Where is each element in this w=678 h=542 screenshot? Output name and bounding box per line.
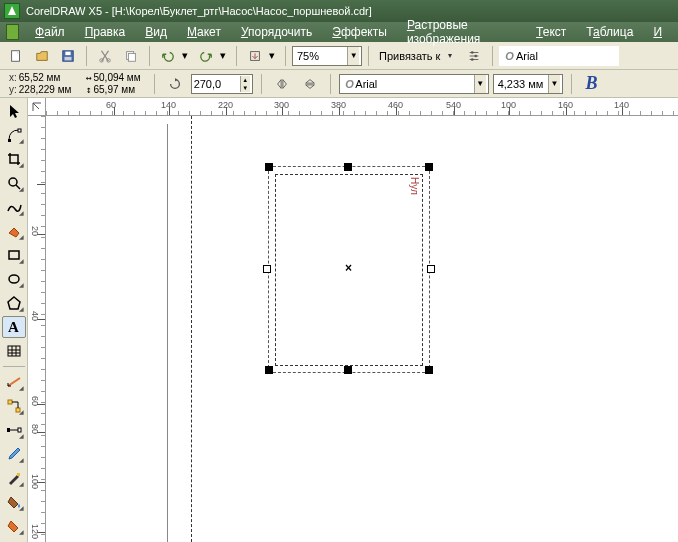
selection-handle[interactable] bbox=[425, 366, 433, 374]
zoom-tool[interactable]: ◢ bbox=[2, 172, 26, 194]
menu-effects[interactable]: Эффекты bbox=[322, 23, 397, 41]
outline-tool[interactable]: ◢ bbox=[2, 467, 26, 489]
font-family-combo[interactable]: O ▼ bbox=[339, 74, 489, 94]
horizontal-ruler[interactable]: 60140220300380460540100160140 bbox=[46, 98, 678, 116]
table-tool[interactable] bbox=[2, 340, 26, 362]
rotate-button[interactable] bbox=[163, 73, 187, 95]
connector-tool[interactable]: ◢ bbox=[2, 395, 26, 417]
undo-button[interactable] bbox=[156, 45, 180, 67]
svg-rect-3 bbox=[65, 56, 72, 60]
eyedropper-tool[interactable]: ◢ bbox=[2, 443, 26, 465]
svg-rect-2 bbox=[65, 51, 70, 55]
selection-center-icon: × bbox=[345, 261, 352, 275]
svg-rect-17 bbox=[8, 346, 20, 356]
chevron-down-icon[interactable]: ▼ bbox=[474, 75, 486, 93]
page-boundary bbox=[58, 124, 168, 542]
svg-point-10 bbox=[475, 54, 478, 57]
smartfill-tool[interactable]: ◢ bbox=[2, 220, 26, 242]
size-display: ↔ 50,094 мм ↕ 65,97 мм bbox=[80, 71, 145, 97]
cut-button[interactable] bbox=[93, 45, 117, 67]
snap-dropdown[interactable]: Привязать к ▾ bbox=[375, 46, 460, 66]
property-bar: x: 65,52 мм y: 228,229 мм ↔ 50,094 мм ↕ … bbox=[0, 70, 678, 98]
undo-dropdown-arrow[interactable]: ▾ bbox=[182, 49, 192, 62]
zoom-input[interactable] bbox=[297, 50, 347, 62]
interactive-tool[interactable]: ◢ bbox=[2, 419, 26, 441]
save-button[interactable] bbox=[56, 45, 80, 67]
svg-rect-18 bbox=[8, 400, 12, 404]
selection-handle[interactable] bbox=[263, 265, 271, 273]
selection-handle[interactable] bbox=[425, 163, 433, 171]
ellipse-tool[interactable]: ◢ bbox=[2, 268, 26, 290]
app-logo-icon bbox=[4, 3, 20, 19]
svg-point-16 bbox=[9, 275, 19, 283]
import-button[interactable] bbox=[243, 45, 267, 67]
chevron-down-icon[interactable]: ▾ bbox=[444, 51, 456, 60]
vertical-ruler[interactable]: 20406080100120 bbox=[28, 116, 46, 542]
svg-rect-7 bbox=[128, 53, 135, 61]
copy-button[interactable] bbox=[119, 45, 143, 67]
angle-spin[interactable]: ▲▼ bbox=[191, 74, 253, 94]
zoom-combo[interactable]: ▼ bbox=[292, 46, 362, 66]
selection-handle[interactable] bbox=[427, 265, 435, 273]
drawing-canvas[interactable]: Нул × bbox=[46, 116, 678, 542]
guideline[interactable] bbox=[191, 116, 192, 542]
selection-handle[interactable] bbox=[265, 163, 273, 171]
menu-bitmaps[interactable]: Растровые изображения bbox=[397, 16, 526, 48]
freehand-tool[interactable]: ◢ bbox=[2, 196, 26, 218]
font-size-combo[interactable]: ▼ bbox=[493, 74, 563, 94]
menu-tools[interactable]: И bbox=[643, 23, 672, 41]
selection-handle[interactable] bbox=[265, 366, 273, 374]
crop-tool[interactable]: ◢ bbox=[2, 148, 26, 170]
text-tool[interactable]: A bbox=[2, 316, 26, 338]
svg-rect-21 bbox=[7, 428, 10, 432]
mirror-h-button[interactable] bbox=[270, 73, 294, 95]
selection-handle[interactable] bbox=[344, 366, 352, 374]
menu-edit[interactable]: Правка bbox=[75, 23, 136, 41]
menu-bar: Файл Правка Вид Макет Упорядочить Эффект… bbox=[0, 22, 678, 42]
open-button[interactable] bbox=[30, 45, 54, 67]
menu-table[interactable]: Таблица bbox=[576, 23, 643, 41]
redo-dropdown-arrow[interactable]: ▾ bbox=[220, 49, 230, 62]
pick-tool[interactable] bbox=[2, 100, 26, 122]
svg-rect-23 bbox=[17, 473, 20, 476]
bold-button[interactable]: B bbox=[580, 73, 604, 95]
svg-point-11 bbox=[471, 58, 474, 61]
toolbox: ◢ ◢ ◢ ◢ ◢ ◢ ◢ ◢ A ◢ ◢ ◢ ◢ ◢ ◢ ◢ bbox=[0, 98, 28, 542]
ruler-origin-icon[interactable] bbox=[28, 98, 46, 116]
font-family-input-top[interactable] bbox=[516, 50, 618, 62]
svg-rect-13 bbox=[18, 129, 21, 132]
dimension-tool[interactable]: ◢ bbox=[2, 371, 26, 393]
window-title: CorelDRAW X5 - [H:\Корел\Буклет_ртг\Насо… bbox=[26, 5, 372, 17]
selection-handle[interactable] bbox=[344, 163, 352, 171]
menu-arrange[interactable]: Упорядочить bbox=[231, 23, 322, 41]
redo-button[interactable] bbox=[194, 45, 218, 67]
font-family-input[interactable] bbox=[355, 78, 473, 90]
rectangle-tool[interactable]: ◢ bbox=[2, 244, 26, 266]
font-family-combo-top[interactable]: O bbox=[499, 46, 619, 66]
standard-toolbar: ▾ ▾ ▾ ▼ Привязать к ▾ O bbox=[0, 42, 678, 70]
options-button[interactable] bbox=[462, 45, 486, 67]
angle-input[interactable] bbox=[194, 78, 240, 90]
font-type-icon: O bbox=[344, 78, 356, 90]
import-dropdown-arrow[interactable]: ▾ bbox=[269, 49, 279, 62]
chevron-down-icon[interactable]: ▼ bbox=[347, 47, 359, 65]
fill-tool[interactable]: ◢ bbox=[2, 491, 26, 513]
document-icon bbox=[6, 24, 19, 40]
shape-tool[interactable]: ◢ bbox=[2, 124, 26, 146]
polygon-tool[interactable]: ◢ bbox=[2, 292, 26, 314]
svg-point-9 bbox=[471, 51, 474, 54]
chevron-down-icon[interactable]: ▼ bbox=[548, 75, 560, 93]
svg-rect-12 bbox=[8, 139, 11, 142]
window-titlebar: CorelDRAW X5 - [H:\Корел\Буклет_ртг\Насо… bbox=[0, 0, 678, 22]
svg-point-14 bbox=[9, 178, 17, 186]
position-display: x: 65,52 мм y: 228,229 мм bbox=[4, 71, 76, 97]
font-size-input[interactable] bbox=[498, 78, 548, 90]
mirror-v-button[interactable] bbox=[298, 73, 322, 95]
new-button[interactable] bbox=[4, 45, 28, 67]
menu-view[interactable]: Вид bbox=[135, 23, 177, 41]
menu-file[interactable]: Файл bbox=[25, 23, 75, 41]
workspace: 60140220300380460540100160140 2040608010… bbox=[28, 98, 678, 542]
interactive-fill-tool[interactable]: ◢ bbox=[2, 515, 26, 537]
menu-text[interactable]: Текст bbox=[526, 23, 576, 41]
menu-layout[interactable]: Макет bbox=[177, 23, 231, 41]
